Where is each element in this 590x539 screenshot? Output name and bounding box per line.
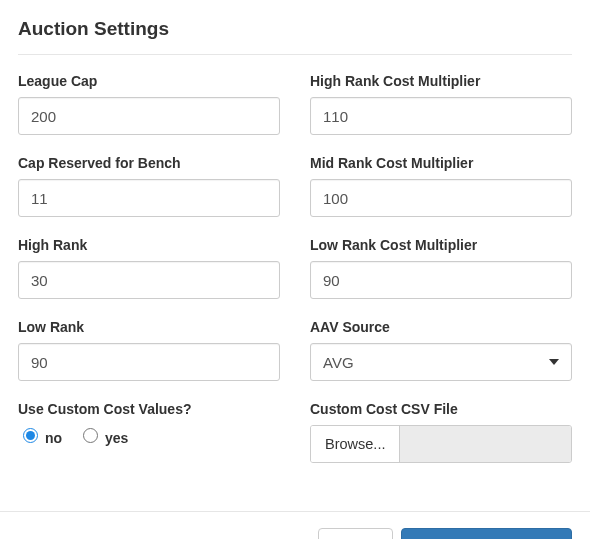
input-high-rank[interactable] (18, 261, 280, 299)
field-low-rank: Low Rank (18, 319, 280, 381)
label-low-rank: Low Rank (18, 319, 280, 335)
field-aav-source: AAV Source AVG (310, 319, 572, 381)
chevron-down-icon (549, 359, 559, 365)
right-column: High Rank Cost Multiplier Mid Rank Cost … (310, 73, 572, 483)
file-input-csv[interactable]: Browse... (310, 425, 572, 463)
input-high-mult[interactable] (310, 97, 572, 135)
label-high-rank: High Rank (18, 237, 280, 253)
radio-yes-label: yes (105, 430, 128, 446)
radio-no[interactable] (23, 428, 38, 443)
page-title: Auction Settings (18, 18, 572, 40)
field-mid-mult: Mid Rank Cost Multiplier (310, 155, 572, 217)
file-name-display (400, 426, 571, 462)
label-league-cap: League Cap (18, 73, 280, 89)
form-columns: League Cap Cap Reserved for Bench High R… (18, 73, 572, 483)
field-cap-reserved: Cap Reserved for Bench (18, 155, 280, 217)
radio-option-no[interactable]: no (18, 425, 62, 446)
divider (18, 54, 572, 55)
field-high-mult: High Rank Cost Multiplier (310, 73, 572, 135)
dialog-footer: Cancel Save Auction Settings (0, 511, 590, 539)
field-high-rank: High Rank (18, 237, 280, 299)
radio-group-use-custom: no yes (18, 425, 280, 454)
input-low-rank[interactable] (18, 343, 280, 381)
label-csv: Custom Cost CSV File (310, 401, 572, 417)
input-league-cap[interactable] (18, 97, 280, 135)
radio-yes[interactable] (83, 428, 98, 443)
radio-no-label: no (45, 430, 62, 446)
radio-option-yes[interactable]: yes (78, 425, 128, 446)
input-low-mult[interactable] (310, 261, 572, 299)
save-button[interactable]: Save Auction Settings (401, 528, 572, 539)
input-cap-reserved[interactable] (18, 179, 280, 217)
field-league-cap: League Cap (18, 73, 280, 135)
field-csv: Custom Cost CSV File Browse... (310, 401, 572, 463)
select-aav-source[interactable]: AVG (310, 343, 572, 381)
left-column: League Cap Cap Reserved for Bench High R… (18, 73, 280, 483)
cancel-button[interactable]: Cancel (318, 528, 393, 539)
label-cap-reserved: Cap Reserved for Bench (18, 155, 280, 171)
label-aav-source: AAV Source (310, 319, 572, 335)
label-mid-mult: Mid Rank Cost Multiplier (310, 155, 572, 171)
field-low-mult: Low Rank Cost Multiplier (310, 237, 572, 299)
field-use-custom: Use Custom Cost Values? no yes (18, 401, 280, 454)
browse-button[interactable]: Browse... (311, 426, 400, 462)
input-mid-mult[interactable] (310, 179, 572, 217)
select-aav-source-value: AVG (323, 354, 549, 371)
label-high-mult: High Rank Cost Multiplier (310, 73, 572, 89)
label-use-custom: Use Custom Cost Values? (18, 401, 280, 417)
label-low-mult: Low Rank Cost Multiplier (310, 237, 572, 253)
